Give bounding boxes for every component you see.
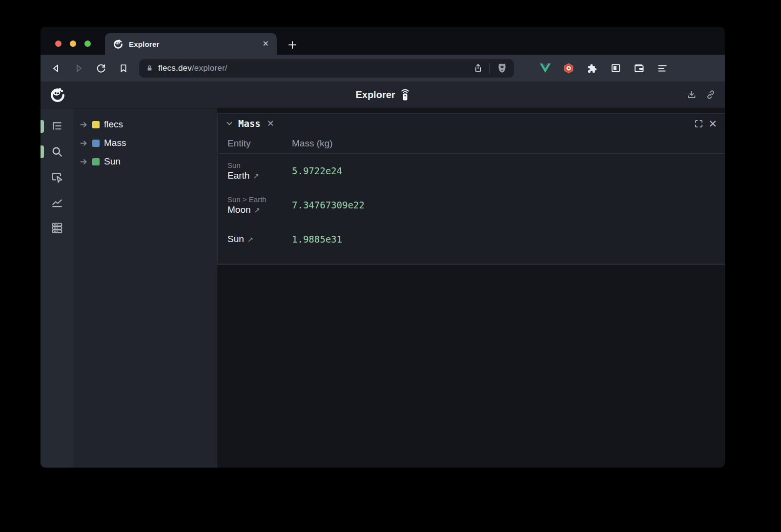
mass-value: 1.9885e31 xyxy=(292,234,725,245)
chevron-down-icon[interactable] xyxy=(226,120,233,127)
expand-arrow-icon[interactable] xyxy=(80,139,88,147)
open-entity-icon: ↗ xyxy=(254,206,261,215)
extensions-puzzle-icon[interactable] xyxy=(586,62,598,74)
share-link-button[interactable] xyxy=(705,89,716,100)
browser-toolbar: flecs.dev/explorer/ xyxy=(41,55,725,82)
table-row: Sun > Earth Moon↗ 7.34767309e22 xyxy=(218,188,725,222)
expand-arrow-icon[interactable] xyxy=(80,158,88,166)
brave-shield-icon[interactable] xyxy=(496,62,508,74)
tab-close-icon[interactable]: ✕ xyxy=(263,40,269,48)
browser-window: Explorer ✕ xyxy=(41,27,725,468)
app-content: flecs Mass Sun xyxy=(41,108,725,468)
query-title: Mass xyxy=(238,118,261,129)
entity-link[interactable]: Earth↗ xyxy=(227,170,292,181)
entity-parent-path: Sun > Earth xyxy=(227,195,292,204)
sidebar-toggle-icon[interactable] xyxy=(610,62,621,74)
entity-link[interactable]: Sun↗ xyxy=(227,234,292,245)
tree-item-label: Sun xyxy=(104,156,121,167)
download-button[interactable] xyxy=(686,89,697,100)
menu-icon[interactable] xyxy=(657,62,668,74)
back-button[interactable] xyxy=(47,60,65,77)
mass-value: 7.34767309e22 xyxy=(292,200,725,210)
entity-tree: flecs Mass Sun xyxy=(73,108,217,468)
module-color-swatch xyxy=(92,121,100,128)
active-panel-indicator xyxy=(41,145,44,158)
tree-item-label: flecs xyxy=(104,119,123,130)
url-domain: flecs.dev xyxy=(158,63,192,73)
open-entity-icon: ↗ xyxy=(253,172,259,181)
component-color-swatch xyxy=(92,140,100,147)
tree-panel-button[interactable] xyxy=(50,119,64,134)
tree-item-flecs[interactable]: flecs xyxy=(73,115,217,134)
table-row: Sun Earth↗ 5.9722e24 xyxy=(218,154,725,188)
fullscreen-icon[interactable] xyxy=(694,119,703,128)
entity-name-text: Earth xyxy=(227,170,249,181)
zoom-window-button[interactable] xyxy=(84,41,91,47)
remote-connection-icon[interactable] xyxy=(400,88,410,101)
entity-name-text: Sun xyxy=(227,234,244,245)
wallet-icon[interactable] xyxy=(633,62,645,74)
tool-sidebar xyxy=(41,108,73,468)
divider xyxy=(490,63,490,74)
inspect-panel-button[interactable] xyxy=(50,170,64,184)
flecs-favicon-icon xyxy=(113,39,123,49)
url-path: /explorer/ xyxy=(192,63,227,73)
main-area: Mass ✕ ✕ Entity Mass ( xyxy=(217,108,725,468)
entity-parent-path: Sun xyxy=(227,161,292,169)
url-text: flecs.dev/explorer/ xyxy=(158,63,227,73)
tree-item-label: Mass xyxy=(104,138,126,148)
expand-arrow-icon[interactable] xyxy=(80,121,88,129)
query-clear-icon[interactable]: ✕ xyxy=(267,119,274,128)
tab-bar: Explorer ✕ xyxy=(41,27,725,55)
reload-button[interactable] xyxy=(92,60,110,77)
tab-title: Explorer xyxy=(129,40,257,48)
extension-area xyxy=(539,62,668,74)
share-icon[interactable] xyxy=(473,63,483,73)
query-panel: Mass ✕ ✕ Entity Mass ( xyxy=(217,113,725,265)
open-entity-icon: ↗ xyxy=(247,235,254,244)
vue-devtools-icon[interactable] xyxy=(539,62,551,74)
active-panel-indicator xyxy=(41,120,44,133)
flecs-logo-icon xyxy=(49,86,66,103)
hexagon-extension-icon[interactable] xyxy=(563,62,575,74)
column-header-mass: Mass (kg) xyxy=(292,138,725,149)
mass-value: 5.9722e24 xyxy=(292,165,725,176)
new-tab-button[interactable] xyxy=(286,38,299,52)
table-header-row: Entity Mass (kg) xyxy=(218,133,725,154)
traffic-lights xyxy=(55,41,91,47)
search-panel-button[interactable] xyxy=(50,144,64,159)
entity-name-text: Moon xyxy=(227,205,251,215)
table-row: Sun↗ 1.9885e31 xyxy=(218,222,725,256)
minimize-window-button[interactable] xyxy=(70,41,76,47)
column-header-entity: Entity xyxy=(218,138,292,149)
tables-panel-button[interactable] xyxy=(50,221,64,235)
bookmark-icon[interactable] xyxy=(115,60,132,77)
panel-close-icon[interactable]: ✕ xyxy=(708,119,717,129)
chart-panel-button[interactable] xyxy=(50,195,64,210)
tree-item-sun[interactable]: Sun xyxy=(73,152,217,171)
query-panel-header: Mass ✕ ✕ xyxy=(218,114,725,133)
entity-link[interactable]: Moon↗ xyxy=(227,205,292,215)
close-window-button[interactable] xyxy=(55,41,62,47)
tree-item-mass[interactable]: Mass xyxy=(73,134,217,152)
lock-icon xyxy=(145,64,154,72)
page-title: Explorer xyxy=(355,89,395,101)
entity-color-swatch xyxy=(92,158,100,165)
address-bar[interactable]: flecs.dev/explorer/ xyxy=(139,59,514,78)
tab-explorer[interactable]: Explorer ✕ xyxy=(105,33,277,55)
app-header: Explorer xyxy=(41,82,725,108)
forward-button[interactable] xyxy=(70,60,87,77)
